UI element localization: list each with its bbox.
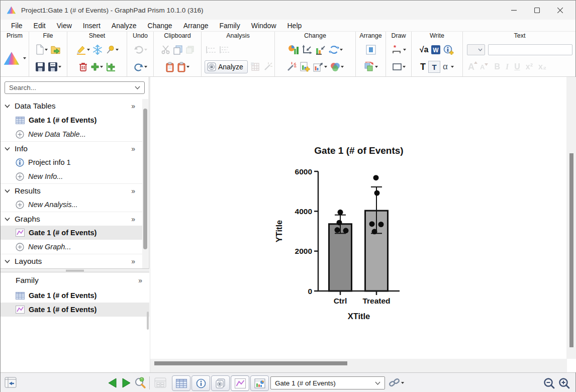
family-graph-item[interactable]: Gate 1 (# of Events) <box>1 303 149 317</box>
go-to-graph-button[interactable] <box>231 375 249 391</box>
expand-section-icon[interactable]: » <box>138 276 142 284</box>
new-analysis-item[interactable]: New Analysis... <box>1 198 142 212</box>
expand-section-icon[interactable]: » <box>131 215 135 223</box>
search-sheets-button[interactable] <box>134 377 146 389</box>
underline-button: U <box>514 62 520 71</box>
rotate-graph-button[interactable] <box>329 45 343 55</box>
new-data-table-item[interactable]: New Data Table... <box>1 127 142 141</box>
draw-annotation-button[interactable]: * <box>392 45 406 55</box>
menu-family[interactable]: Family <box>214 20 245 32</box>
go-to-data-table-button[interactable] <box>172 375 190 391</box>
zoom-out-button[interactable] <box>543 377 555 389</box>
color-scheme-button[interactable] <box>330 62 344 72</box>
menu-help[interactable]: Help <box>282 20 308 32</box>
family-scrollbar-thumb[interactable] <box>147 312 149 330</box>
menu-file[interactable]: File <box>6 20 28 32</box>
horizontal-scrollbar-thumb[interactable] <box>154 361 347 365</box>
sheet-selector-dropdown[interactable]: Gate 1 (# of Events) <box>270 376 385 389</box>
font-name-input[interactable] <box>488 44 572 55</box>
back-sheet-button[interactable] <box>108 378 117 388</box>
change-graph-type-button[interactable] <box>288 45 299 55</box>
word-export-button[interactable]: W <box>431 45 441 55</box>
equation-button[interactable]: √a <box>420 45 429 54</box>
sheet-data-table[interactable]: Gate 1 (# of Events) <box>1 113 142 127</box>
go-to-info-button[interactable] <box>191 375 210 391</box>
svg-text:YTitle: YTitle <box>274 220 283 243</box>
save-button[interactable] <box>35 62 45 72</box>
forward-sheet-button[interactable] <box>122 378 131 388</box>
new-graph-item[interactable]: New Graph... <box>1 240 142 254</box>
sidebar-scrollbar[interactable] <box>142 99 148 268</box>
section-graphs[interactable]: Graphs » <box>1 212 142 226</box>
menu-view[interactable]: View <box>51 20 77 32</box>
text-box-tool-button[interactable]: T <box>428 61 440 73</box>
analyze-button[interactable]: Analyze <box>205 60 248 73</box>
sheet-graph[interactable]: Gate 1 (# of Events) <box>1 226 142 240</box>
sidebar-scrollbar-thumb[interactable] <box>143 109 147 249</box>
graph-icon <box>235 378 246 388</box>
zoom-in-button[interactable] <box>558 377 570 389</box>
go-to-results-button[interactable] <box>211 375 230 391</box>
horizontal-scrollbar[interactable] <box>150 359 567 372</box>
section-results[interactable]: Results » <box>1 183 142 198</box>
new-info-item[interactable]: New Info... <box>1 169 142 183</box>
search-input[interactable] <box>5 84 135 91</box>
results-icon <box>215 378 226 388</box>
pin-sheet-button[interactable] <box>105 45 119 55</box>
collapse-navigator-button[interactable] <box>5 377 17 388</box>
draw-shape-button[interactable] <box>392 63 406 71</box>
position-object-button[interactable] <box>365 44 376 55</box>
search-combobox[interactable] <box>5 81 145 94</box>
undo-button[interactable] <box>134 62 147 72</box>
copy-button[interactable] <box>173 45 183 55</box>
menu-arrange[interactable]: Arrange <box>178 20 214 32</box>
toolbar-section-sheet: Sheet <box>67 32 127 76</box>
chevron-down-icon <box>135 86 140 89</box>
sheet-project-info[interactable]: Project info 1 <box>1 155 142 169</box>
go-to-layout-button[interactable] <box>250 375 269 391</box>
arrange-order-button[interactable] <box>363 62 378 72</box>
freeze-sheet-icon[interactable] <box>92 45 103 55</box>
expand-section-icon[interactable]: » <box>131 187 135 195</box>
new-sheet-button[interactable] <box>90 62 103 71</box>
paste-button[interactable] <box>165 62 174 72</box>
navigator-splitter[interactable] <box>1 268 149 272</box>
expand-section-icon[interactable]: » <box>131 257 135 265</box>
new-family-sheet-button[interactable] <box>106 62 116 71</box>
save-as-button[interactable] <box>48 62 61 72</box>
menu-change[interactable]: Change <box>142 20 178 32</box>
link-sheets-button[interactable] <box>389 377 404 388</box>
vertical-scrollbar-thumb[interactable] <box>569 153 573 347</box>
expand-section-icon[interactable]: » <box>131 145 135 153</box>
menu-edit[interactable]: Edit <box>28 20 51 32</box>
section-data-tables[interactable]: Data Tables » <box>1 99 142 113</box>
section-info[interactable]: Info » <box>1 141 142 155</box>
add-plot-button[interactable] <box>300 62 310 72</box>
resize-graph-button[interactable] <box>313 62 327 72</box>
prism-menu-button[interactable] <box>3 51 20 65</box>
graph-chart[interactable]: Gate 1 (# of Events)0200040006000CtrlTre… <box>263 136 464 339</box>
delete-sheet-button[interactable] <box>78 62 88 72</box>
text-tool-button[interactable]: T <box>420 62 426 72</box>
open-file-button[interactable] <box>50 45 61 55</box>
menu-analyze[interactable]: Analyze <box>106 20 142 32</box>
change-axis-button[interactable] <box>315 45 326 55</box>
paste-special-button[interactable] <box>177 62 189 72</box>
expand-section-icon[interactable]: » <box>131 102 135 110</box>
frame-axes-button[interactable] <box>302 45 313 55</box>
menu-insert[interactable]: Insert <box>77 20 106 32</box>
new-info-note-button[interactable] <box>443 45 454 55</box>
font-size-combobox[interactable] <box>467 44 485 55</box>
greek-letter-button[interactable]: α <box>443 62 448 72</box>
magic-wand-button[interactable] <box>286 62 297 72</box>
close-button[interactable] <box>548 1 571 20</box>
vertical-scrollbar[interactable] <box>566 77 576 359</box>
new-file-button[interactable] <box>35 44 48 55</box>
highlight-button[interactable] <box>76 45 90 55</box>
menu-window[interactable]: Window <box>246 20 282 32</box>
family-data-table-item[interactable]: Gate 1 (# of Events) <box>1 288 149 303</box>
maximize-button[interactable] <box>525 1 548 20</box>
minimize-button[interactable] <box>502 1 525 20</box>
plus-circle-icon <box>16 201 24 209</box>
section-layouts[interactable]: Layouts » <box>1 254 142 268</box>
